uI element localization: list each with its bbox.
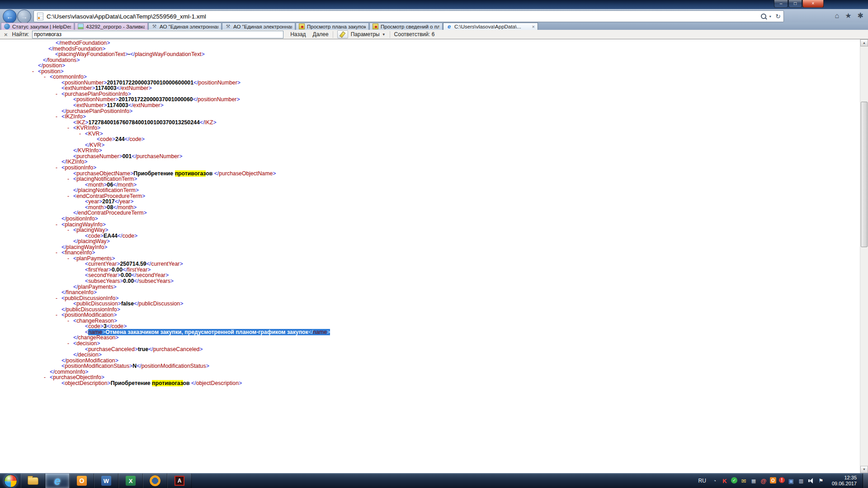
tab[interactable]: Просмотр сведений о плане-... — [369, 23, 443, 30]
show-desktop-button[interactable] — [863, 474, 868, 488]
clock-sync-icon[interactable]: ◔ — [711, 477, 718, 484]
tab[interactable]: ⚒АО "Единая электронная торг... — [222, 23, 295, 30]
gear-icon[interactable]: ✱ — [858, 10, 863, 21]
find-previous-button[interactable]: Назад — [290, 31, 306, 38]
word-icon: W — [101, 476, 111, 486]
volume-icon[interactable] — [807, 477, 815, 484]
collapse-marker[interactable]: - — [56, 312, 61, 318]
at-icon[interactable]: @ — [760, 477, 767, 484]
find-options-button[interactable]: Параметры ▼ — [351, 31, 386, 38]
chevron-down-icon: ▼ — [382, 33, 386, 37]
highlight-matches-button[interactable] — [337, 30, 348, 38]
mail-icon[interactable]: ✉ — [740, 477, 747, 484]
tab-close-icon[interactable]: × — [529, 24, 535, 29]
tab-label: Статус закупки | HelpDesk - с... — [12, 24, 71, 29]
collapse-marker[interactable]: - — [79, 131, 85, 137]
close-button[interactable]: × — [802, 0, 824, 8]
xml-node-code: <code>EA44</code> — [0, 233, 860, 239]
acrobat-icon: A — [175, 476, 184, 486]
xml-node-position: -<position> — [0, 69, 860, 75]
xml-close-decision: </decision> — [0, 352, 860, 358]
xml-node-positionModification: -<positionModification> — [0, 312, 860, 318]
scroll-up-icon[interactable]: ▲ — [860, 39, 868, 47]
separator — [333, 31, 333, 38]
tab[interactable]: 43292_огрогро - Заливка удал... — [75, 23, 148, 30]
tab-active[interactable]: eC:\Users\vlasova\AppData\...× — [443, 23, 538, 30]
collapse-marker[interactable]: - — [56, 250, 61, 256]
collapse-marker[interactable]: - — [67, 125, 73, 131]
taskbar-button-ie[interactable]: e — [45, 474, 70, 488]
taskbar-clock[interactable]: 12:35 09.06.2017 — [832, 475, 857, 487]
usb-safe-icon[interactable]: ✓ — [731, 477, 737, 483]
taskbar-apps: eOWXA — [0, 474, 192, 488]
taskbar-button-start[interactable] — [0, 474, 21, 488]
minimize-button[interactable]: – — [774, 0, 788, 8]
etp-icon: ⚒ — [225, 23, 231, 29]
forward-button[interactable]: → — [17, 9, 31, 23]
blue-app-icon[interactable]: ▣ — [788, 477, 795, 484]
collapse-marker[interactable]: - — [56, 114, 61, 120]
alert-icon[interactable]: ! — [779, 477, 785, 483]
vertical-scrollbar[interactable]: ▲ ▼ — [860, 39, 868, 473]
collapse-marker[interactable]: - — [56, 222, 61, 228]
collapse-marker[interactable]: - — [67, 176, 73, 182]
taskbar-button-outlook[interactable]: O — [70, 474, 94, 488]
collapse-marker[interactable]: - — [67, 193, 73, 199]
taskbar-button-firefox[interactable] — [143, 474, 167, 488]
address-text[interactable]: C:\Users\vlasova\AppData\Local\Temp\2559… — [47, 13, 206, 20]
find-input[interactable] — [32, 31, 283, 38]
scroll-down-icon[interactable]: ▼ — [860, 466, 868, 473]
xml-node-placingWayInfo: -<placingWayInfo> — [0, 222, 860, 228]
etp-icon: ⚒ — [151, 23, 157, 29]
tab[interactable]: Статус закупки | HelpDesk - с... — [1, 23, 74, 30]
collapse-marker[interactable]: - — [32, 69, 38, 75]
taskbar-button-acrobat[interactable]: A — [167, 474, 192, 488]
network-icon[interactable]: ▥ — [797, 477, 805, 484]
plan-icon — [373, 23, 378, 29]
xml-node-name: <name>Отмена заказчиком закупки, предусм… — [0, 329, 860, 335]
address-bar[interactable]: C:\Users\vlasova\AppData\Local\Temp\2559… — [33, 10, 784, 22]
xml-close-purchasePlanPositionInfo: </purchasePlanPositionInfo> — [0, 108, 860, 114]
tab[interactable]: ⚒АО "Единая электронная торг... — [148, 23, 222, 30]
action-center-flag-icon[interactable]: ⚑ — [817, 477, 825, 484]
tab-bar: Статус закупки | HelpDesk - с...43292_ог… — [0, 23, 868, 30]
find-next-button[interactable]: Далее — [313, 31, 329, 38]
collapse-marker[interactable]: - — [56, 91, 61, 97]
search-icon[interactable] — [761, 14, 766, 19]
orange-app-icon[interactable]: O — [770, 477, 776, 483]
collapse-marker[interactable]: - — [44, 74, 50, 80]
favorites-star-icon[interactable]: ★ — [845, 10, 851, 21]
collapse-marker[interactable]: - — [67, 341, 73, 347]
maximize-button[interactable]: □ — [788, 0, 802, 8]
collapse-marker[interactable]: - — [56, 165, 61, 171]
collapse-marker[interactable]: - — [56, 296, 61, 301]
match-count: Соответствий: 6 — [394, 31, 435, 38]
clock-time: 12:35 — [832, 475, 857, 481]
home-icon[interactable]: ⌂ — [835, 10, 840, 21]
xml-node-placingWayFoundationText: <placingWayFoundationText>-</placingWayF… — [0, 52, 860, 57]
language-indicator[interactable]: RU — [698, 478, 706, 484]
collapse-marker[interactable]: - — [67, 318, 73, 324]
collapse-marker[interactable]: - — [44, 375, 50, 380]
xml-node-purchaseNumber: <purchaseNumber>001</purchaseNumber> — [0, 154, 860, 160]
xml-close-planPayments: </planPayments> — [0, 284, 860, 290]
printer-icon[interactable]: ▦ — [750, 477, 757, 484]
xml-node-objectDescription: <objectDescription>Приобретение противог… — [0, 380, 860, 386]
xml-close-placingWayInfo: </placingWayInfo> — [0, 244, 860, 250]
xml-close-placingWay: </placingWay> — [0, 239, 860, 244]
close-find-icon[interactable]: × — [4, 31, 8, 38]
scrollbar-thumb[interactable] — [861, 102, 868, 247]
separator — [390, 31, 390, 38]
search-dropdown-icon[interactable]: ▼ — [769, 15, 772, 18]
taskbar-button-word[interactable]: W — [94, 474, 118, 488]
taskbar-button-excel[interactable]: X — [118, 474, 143, 488]
taskbar-button-explorer[interactable] — [21, 474, 45, 488]
back-button[interactable]: ← — [3, 9, 17, 23]
back-arrow-icon: ← — [6, 13, 13, 20]
collapse-marker[interactable]: - — [67, 256, 73, 262]
tab[interactable]: Просмотр плана закупок — [296, 23, 369, 30]
collapse-marker[interactable]: - — [67, 227, 73, 233]
start-icon — [4, 474, 17, 488]
refresh-icon[interactable]: ↻ — [775, 13, 781, 19]
kaspersky-icon[interactable]: K — [721, 477, 728, 484]
